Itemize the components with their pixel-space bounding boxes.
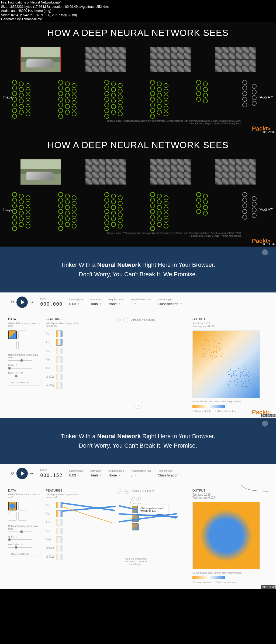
nn-node (19, 87, 24, 92)
add-layer-button[interactable]: + (117, 489, 122, 494)
feature-x1sq[interactable]: X₁² (46, 519, 78, 526)
playground-toolbar: ↻ ⇥ Epoch000,152 Learning rate0.03▼ Acti… (0, 464, 276, 483)
regrate-dropdown[interactable]: 0▼ (131, 302, 151, 306)
lr-dropdown[interactable]: 0.03▼ (69, 302, 84, 306)
remove-neuron-button[interactable]: − (136, 496, 141, 501)
lr-label: Learning rate (69, 469, 84, 472)
play-button[interactable] (16, 468, 28, 479)
dataset-xor[interactable] (18, 330, 27, 339)
nn-node (12, 203, 17, 208)
nn-node (150, 203, 155, 208)
dataset-gauss[interactable] (8, 330, 17, 339)
chevron-down-icon: ▼ (78, 474, 80, 476)
feature-sinx1[interactable]: sin(X₁) (46, 374, 78, 380)
noise-slider[interactable]: Noise: 0 (8, 535, 40, 540)
nn-node (157, 104, 162, 109)
add-layer-button[interactable]: + (116, 318, 121, 322)
noise-slider[interactable]: Noise: 0 (8, 364, 40, 369)
feature-sinx1[interactable]: sin(X₁) (46, 545, 78, 551)
output-options: ☐ Show test data ☐ Discretize output (192, 581, 268, 584)
hidden-count: 0 HIDDEN LAYERS (131, 318, 155, 321)
feature-x1[interactable]: X₁ (46, 330, 78, 337)
regularization-dropdown[interactable]: None▼ (108, 473, 124, 477)
epoch-label: Epoch (40, 469, 63, 471)
dataset-xor[interactable] (18, 502, 27, 510)
nn-layer-group (150, 192, 188, 227)
reset-icon[interactable]: ↻ (11, 471, 14, 476)
output-title: OUTPUT (192, 318, 268, 321)
add-neuron-button[interactable]: + (130, 496, 135, 501)
discretize-checkbox[interactable]: ☐ Discretize output (215, 581, 236, 584)
features-subtitle: Which properties do you want to feed in? (46, 493, 78, 499)
remove-layer-button[interactable]: − (123, 318, 128, 322)
play-button[interactable] (16, 297, 28, 308)
show-test-checkbox[interactable]: ☐ Show test data (192, 581, 211, 584)
input-car-image (20, 159, 61, 185)
lr-dropdown[interactable]: 0.03▼ (69, 473, 84, 477)
data-column: DATA Which dataset do you want to use? R… (8, 318, 40, 413)
feature-x1x2[interactable]: X₁X₂ (46, 365, 78, 372)
output-visualization[interactable]: for(let i=0;i<100;i++){let a=Math.random… (192, 502, 260, 569)
output-visualization[interactable]: for(let i=0;i<80;i++){let x=30+Math.rand… (192, 330, 260, 398)
nn-node (72, 195, 77, 200)
show-test-checkbox[interactable]: ☐ Show test data (192, 410, 211, 413)
problem-dropdown[interactable]: Classification▼ (158, 473, 182, 477)
feature-x2[interactable]: X₂ (46, 339, 78, 346)
nn-node (65, 205, 70, 210)
step-icon[interactable]: ⇥ (30, 471, 33, 476)
dataset-picker (8, 330, 40, 349)
image-citation: Image source: "Unsupervised Learning of … (0, 232, 276, 237)
batch-slider[interactable]: Batch size: 10 (8, 372, 40, 376)
activation-dropdown[interactable]: Tanh▼ (90, 473, 102, 477)
ratio-slider[interactable]: Ratio of training to test data: 50% (8, 353, 40, 361)
nn-output-node (252, 207, 257, 212)
scroll-down-button[interactable]: ⌄ (134, 401, 142, 408)
nn-node (65, 104, 70, 109)
feature-grid-layer1: for(let i=0;i<24;i++)document.write('<di… (85, 47, 126, 72)
nn-node (104, 114, 109, 119)
feature-grid-layer1: for(let i=0;i<24;i++)document.write('<di… (85, 159, 126, 185)
slide-title: HOW A DEEP NEURAL NETWORK SEES (0, 140, 276, 150)
nn-node (104, 226, 109, 231)
regrate-dropdown[interactable]: 0▼ (131, 473, 151, 477)
github-icon[interactable] (262, 421, 268, 427)
regenerate-button[interactable]: REGENERATE (8, 551, 40, 557)
nn-node (65, 87, 70, 92)
nn-node (26, 212, 30, 217)
nn-node (19, 211, 24, 216)
nn-node (203, 194, 208, 199)
nn-node (12, 215, 17, 220)
feature-x2sq[interactable]: X₂² (46, 356, 78, 363)
discretize-checkbox[interactable]: ☐ Discretize output (215, 410, 236, 413)
nn-output-node (252, 213, 257, 218)
batch-slider[interactable]: Batch size: 10 (8, 543, 40, 548)
github-icon[interactable] (262, 249, 268, 255)
regularization-dropdown[interactable]: None▼ (108, 302, 124, 306)
dataset-circle[interactable] (8, 341, 17, 349)
regenerate-button[interactable]: REGENERATE (8, 380, 40, 386)
nn-node (19, 104, 24, 109)
dataset-gauss[interactable] (8, 512, 17, 521)
remove-layer-button[interactable]: − (124, 489, 129, 494)
dataset-circle[interactable] (8, 502, 17, 510)
feature-sinx2[interactable]: sin(X₂) (46, 382, 78, 389)
feature-sinx2[interactable]: sin(X₂) (46, 554, 78, 560)
activation-dropdown[interactable]: Tanh▼ (90, 302, 102, 306)
nn-node (157, 211, 162, 216)
ratio-slider[interactable]: Ratio of training to test data: 50% (8, 525, 40, 532)
dataset-spiral[interactable] (18, 512, 27, 521)
nn-node (19, 98, 24, 103)
problem-dropdown[interactable]: Classification▼ (158, 302, 182, 306)
dataset-spiral[interactable] (18, 341, 27, 349)
nn-node (104, 209, 109, 214)
nn-layer-group (196, 192, 234, 227)
nn-output-node (252, 202, 257, 207)
reset-icon[interactable]: ↻ (11, 299, 14, 305)
feature-x1sq[interactable]: X₁² (46, 348, 78, 354)
step-icon[interactable]: ⇥ (30, 299, 33, 305)
features-title: FEATURES (46, 489, 78, 492)
problem-label: Problem type (158, 469, 182, 472)
feature-x2sq[interactable]: X₂² (46, 528, 78, 534)
feature-x1x2[interactable]: X₁X₂ (46, 536, 78, 543)
frame-timestamp: 00:07:50 (261, 585, 275, 589)
